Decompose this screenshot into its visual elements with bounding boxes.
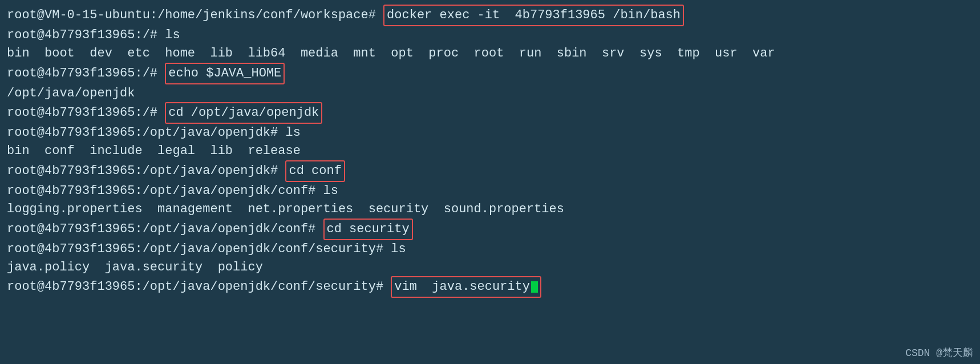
prompt-15: root@4b7793f13965:/opt/java/openjdk/conf… [7, 278, 391, 296]
command-box-6: cd /opt/java/openjdk [165, 102, 322, 124]
terminal-line-9: root@4b7793f13965:/opt/java/openjdk# cd … [7, 160, 973, 182]
terminal-line-11: logging.properties management net.proper… [7, 200, 973, 219]
prompt-6: root@4b7793f13965:/# [7, 104, 165, 122]
terminal-line-8: bin conf include legal lib release [7, 142, 973, 160]
terminal-line-4: root@4b7793f13965:/# echo $JAVA_HOME [7, 63, 973, 84]
prompt-7: root@4b7793f13965:/opt/java/openjdk# [7, 124, 285, 142]
terminal-line-5: /opt/java/openjdk [7, 84, 973, 103]
output-8: bin conf include legal lib release [7, 142, 301, 160]
command-box-12: cd security [323, 219, 413, 240]
terminal-line-13: root@4b7793f13965:/opt/java/openjdk/conf… [7, 240, 973, 258]
output-5: /opt/java/openjdk [7, 84, 135, 103]
command-box-4: echo $JAVA_HOME [165, 63, 285, 84]
prompt-2: root@4b7793f13965:/# [7, 26, 165, 45]
prompt-4: root@4b7793f13965:/# [7, 64, 165, 83]
command-box-9: cd conf [285, 160, 345, 182]
prompt-9: root@4b7793f13965:/opt/java/openjdk# [7, 162, 285, 180]
watermark: CSDN @梵天麟 [905, 346, 973, 359]
prompt-10: root@4b7793f13965:/opt/java/openjdk/conf… [7, 182, 323, 200]
terminal-line-7: root@4b7793f13965:/opt/java/openjdk# ls [7, 124, 973, 142]
terminal-line-12: root@4b7793f13965:/opt/java/openjdk/conf… [7, 219, 973, 240]
output-14: java.policy java.security policy [7, 258, 263, 277]
terminal-line-14: java.policy java.security policy [7, 258, 973, 277]
terminal-line-10: root@4b7793f13965:/opt/java/openjdk/conf… [7, 182, 973, 200]
prompt-13: root@4b7793f13965:/opt/java/openjdk/conf… [7, 240, 391, 258]
output-7: ls [285, 124, 300, 142]
terminal-line-2: root@4b7793f13965:/# ls [7, 26, 973, 45]
terminal-cursor [531, 281, 538, 293]
prompt-1: root@VM-0-15-ubuntu:/home/jenkins/conf/w… [7, 6, 383, 25]
output-10: ls [323, 182, 338, 200]
terminal-line-15: root@4b7793f13965:/opt/java/openjdk/conf… [7, 276, 973, 298]
terminal-window: root@VM-0-15-ubuntu:/home/jenkins/conf/w… [0, 0, 980, 364]
output-13: ls [391, 240, 406, 258]
terminal-line-6: root@4b7793f13965:/# cd /opt/java/openjd… [7, 102, 973, 124]
output-11: logging.properties management net.proper… [7, 200, 564, 219]
prompt-12: root@4b7793f13965:/opt/java/openjdk/conf… [7, 220, 323, 238]
terminal-line-1: root@VM-0-15-ubuntu:/home/jenkins/conf/w… [7, 5, 973, 26]
output-2: ls [165, 26, 180, 45]
terminal-line-3: bin boot dev etc home lib lib64 media mn… [7, 45, 973, 63]
output-3: bin boot dev etc home lib lib64 media mn… [7, 45, 775, 63]
command-box-15: vim java.security [391, 276, 541, 298]
command-box-1: docker exec -it 4b7793f13965 /bin/bash [383, 5, 684, 26]
